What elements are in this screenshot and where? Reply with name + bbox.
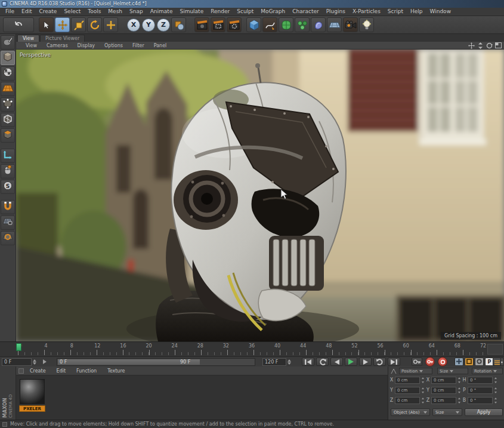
array-generator-button[interactable] — [295, 17, 310, 32]
coordinate-system-button[interactable] — [171, 17, 186, 32]
next-frame-button[interactable] — [359, 358, 372, 366]
render-region-button[interactable] — [211, 17, 225, 32]
size-y-field[interactable]: 0 cm — [431, 387, 456, 394]
pan-view-icon[interactable] — [468, 42, 475, 49]
record-keyframe-button[interactable] — [425, 357, 435, 367]
pos-y-field[interactable]: 0 cm — [395, 387, 420, 394]
menu-item-xparticles[interactable]: X-Particles — [349, 8, 384, 16]
size-dropdown-header[interactable]: Size — [437, 368, 468, 374]
toggle-view-icon[interactable] — [494, 42, 502, 49]
polygons-mode-button[interactable] — [1, 128, 15, 143]
menu-item-character[interactable]: Character — [289, 8, 322, 16]
menu-item-plugins[interactable]: Plugins — [323, 8, 349, 16]
undo-button[interactable] — [3, 17, 34, 32]
texture-mode-button[interactable] — [1, 66, 15, 81]
x-axis-lock-button[interactable]: X — [127, 19, 140, 32]
pos-y-spinner[interactable] — [421, 387, 425, 394]
goto-start-button[interactable] — [302, 358, 314, 366]
viewport-canvas[interactable]: Perspective Grid Spacing : 100 cm — [16, 50, 504, 341]
size-x-field[interactable]: 0 cm — [431, 377, 456, 384]
rot-p-spinner[interactable] — [494, 387, 497, 394]
y-axis-lock-button[interactable]: Y — [142, 19, 155, 32]
pos-x-field[interactable]: 0 cm — [395, 377, 420, 384]
menu-item-mograph[interactable]: MoGraph — [257, 8, 289, 16]
previous-key-button[interactable] — [316, 358, 329, 366]
autokey-button[interactable] — [438, 357, 447, 367]
pos-z-spinner[interactable] — [421, 397, 425, 404]
workplane-lock-button[interactable] — [1, 215, 15, 230]
menu-item-snap[interactable]: Snap — [126, 8, 147, 16]
record-scale-toggle[interactable] — [465, 358, 474, 366]
render-view-button[interactable] — [194, 17, 209, 32]
menu-item-script[interactable]: Script — [384, 8, 407, 16]
environment-button[interactable] — [327, 17, 342, 32]
deformer-button[interactable] — [311, 17, 326, 32]
vp-menu-view[interactable]: View — [21, 43, 42, 48]
material-name-label[interactable]: PXELER — [19, 405, 45, 412]
current-frame-spinner[interactable] — [32, 358, 37, 366]
mat-menu-texture[interactable]: Texture — [103, 368, 129, 374]
menu-item-select[interactable]: Select — [60, 8, 84, 16]
rotate-view-icon[interactable] — [486, 42, 493, 49]
rot-h-field[interactable]: 0 ° — [468, 377, 493, 384]
enable-axis-button[interactable] — [1, 149, 15, 163]
range-left-arrow[interactable] — [43, 359, 47, 364]
rot-h-spinner[interactable] — [494, 377, 497, 384]
vp-menu-filter[interactable]: Filter — [128, 43, 149, 48]
workplane-mode-button[interactable] — [1, 82, 15, 96]
mat-menu-function[interactable]: Function — [72, 368, 101, 374]
menu-item-help[interactable]: Help — [407, 8, 426, 16]
size-z-field[interactable]: 0 cm — [431, 397, 456, 404]
model-mode-button[interactable] — [1, 51, 15, 65]
vp-menu-options[interactable]: Options — [100, 43, 128, 48]
coords-mode-dropdown[interactable]: Object (Abs) — [391, 408, 430, 416]
rotate-tool-button[interactable] — [87, 17, 102, 32]
vp-menu-cameras[interactable]: Cameras — [42, 43, 73, 48]
current-frame-field[interactable]: 0 F — [2, 358, 32, 366]
mat-menu-create[interactable]: Create — [25, 368, 51, 374]
add-cube-button[interactable] — [246, 17, 261, 32]
last-tool-button[interactable] — [103, 17, 118, 32]
scale-tool-button[interactable] — [71, 17, 86, 32]
record-rotation-toggle[interactable] — [475, 358, 484, 366]
rot-b-spinner[interactable] — [494, 397, 497, 404]
position-dropdown[interactable]: Position — [399, 368, 432, 374]
apply-button[interactable]: Apply — [465, 408, 503, 416]
preview-range-slider[interactable]: 0 F 90 F — [57, 358, 255, 366]
move-tool-button[interactable] — [55, 17, 70, 32]
render-settings-button[interactable] — [227, 17, 242, 32]
menu-item-render[interactable]: Render — [207, 8, 233, 16]
pos-x-spinner[interactable] — [421, 377, 425, 384]
rot-b-field[interactable]: 0 ° — [468, 397, 493, 404]
locked-workplane-button[interactable] — [1, 231, 15, 245]
live-selection-button[interactable] — [39, 17, 54, 32]
keyframe-selection-button[interactable] — [412, 358, 422, 366]
points-mode-button[interactable] — [1, 97, 15, 112]
light-button[interactable] — [359, 17, 374, 32]
size-x-spinner[interactable] — [457, 377, 461, 384]
subdivision-surface-button[interactable] — [279, 17, 293, 32]
menu-item-tools[interactable]: Tools — [84, 8, 104, 16]
camera-button[interactable] — [343, 17, 358, 32]
tab-view[interactable]: View — [17, 35, 39, 42]
snap-settings-button[interactable]: S — [1, 180, 15, 194]
size-z-spinner[interactable] — [457, 397, 461, 404]
menu-item-create[interactable]: Create — [36, 8, 61, 16]
timeline-ruler[interactable]: 048 121620 242832 364044 485256 606468 7… — [0, 341, 504, 356]
rot-p-field[interactable]: 0 ° — [468, 387, 493, 394]
menu-item-simulate[interactable]: Simulate — [176, 8, 207, 16]
rotation-dropdown[interactable]: Rotation — [472, 368, 503, 374]
material-thumbnail[interactable] — [20, 379, 45, 404]
edges-mode-button[interactable] — [1, 113, 15, 127]
menu-item-sculpt[interactable]: Sculpt — [233, 8, 257, 16]
previous-frame-button[interactable] — [330, 358, 343, 366]
title-bar[interactable]: CINEMA 4D R16.038 Studio (R16) - [Quisel… — [0, 0, 504, 8]
vp-menu-panel[interactable]: Panel — [149, 43, 172, 48]
end-frame-spinner[interactable] — [287, 358, 292, 366]
menu-item-file[interactable]: File — [2, 8, 18, 16]
menu-item-window[interactable]: Window — [426, 8, 455, 16]
camera-view-label[interactable]: Perspective — [20, 52, 51, 58]
mat-menu-edit[interactable]: Edit — [52, 368, 71, 374]
menu-item-mesh[interactable]: Mesh — [104, 8, 126, 16]
pos-z-field[interactable]: 0 cm — [395, 397, 420, 404]
